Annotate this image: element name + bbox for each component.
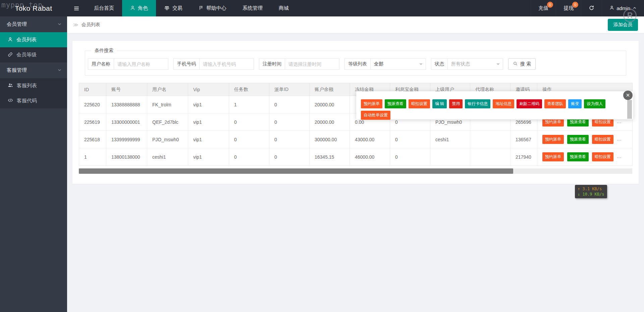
- level-select[interactable]: 全部: [371, 58, 426, 70]
- col-username: 用户名: [147, 83, 188, 96]
- popup-scrollbar[interactable]: [627, 100, 632, 119]
- users-icon: [8, 83, 13, 89]
- page-topbar: ≫ 会员列表 添加会员: [67, 16, 644, 33]
- set-fake-user-button[interactable]: 设为假人: [584, 99, 605, 108]
- col-id: ID: [79, 83, 106, 96]
- recharge-badge: 0: [547, 2, 553, 8]
- col-balance: 账户余额: [310, 83, 350, 96]
- reserve-dispatch-button[interactable]: 预约派单: [361, 99, 382, 108]
- app-logo: Toko Rabat: [0, 0, 67, 16]
- sidebar-group-member-management[interactable]: 会员管理: [0, 16, 67, 32]
- user-menu[interactable]: admin: [602, 0, 644, 16]
- dispatch-view-button[interactable]: 预派查看: [567, 152, 589, 161]
- person-icon: [8, 37, 13, 43]
- arrow-down-icon: ↓: [578, 192, 580, 197]
- dispatch-view-button[interactable]: 预派查看: [567, 135, 589, 144]
- level-label: 等级列表: [344, 58, 371, 70]
- register-time-field-group: 注册时间: [259, 58, 339, 70]
- auto-grab-settings-button[interactable]: 自动抢单设置: [361, 111, 390, 120]
- withdraw-badge: 0: [572, 2, 578, 8]
- refresh-button[interactable]: [581, 0, 602, 16]
- flag-icon: [199, 5, 204, 11]
- username-label: 用户名称: [88, 58, 114, 70]
- nav-item-roles[interactable]: 角色: [122, 0, 156, 16]
- col-tasks: 任务数: [229, 83, 269, 96]
- register-time-input[interactable]: [285, 58, 339, 70]
- link-icon: [8, 52, 13, 58]
- sidebar-item-service-code[interactable]: 客服代码: [0, 93, 67, 108]
- edit-button[interactable]: 编 辑: [432, 99, 447, 108]
- add-member-button[interactable]: 添加会员: [608, 19, 638, 31]
- recharge-button[interactable]: 充值 0: [531, 0, 556, 16]
- hidden-deduct-button[interactable]: 暗扣设置: [592, 135, 613, 144]
- table-row: 1 13800138000 ceshi1 vip1 0 0 16345.15 4…: [79, 148, 633, 166]
- status-select[interactable]: 所有状态: [448, 58, 503, 70]
- phone-input[interactable]: [200, 58, 254, 70]
- search-form-row: 用户名称 手机号码 注册时间 等级列表 全部: [88, 58, 623, 70]
- username-field-group: 用户名称: [88, 58, 168, 70]
- breadcrumb-current: 会员列表: [82, 22, 100, 28]
- disable-button[interactable]: 禁用: [449, 99, 463, 108]
- row-actions-popup: ✕ 预约派单 预派查看 暗扣设置 编 辑 禁用 银行卡信息 地址信息 刷新二维码…: [356, 91, 633, 119]
- scales-icon: [164, 5, 170, 12]
- username: admin: [616, 5, 630, 11]
- breadcrumb: ≫ 会员列表: [73, 22, 100, 28]
- nav-item-system[interactable]: 系统管理: [234, 0, 271, 16]
- address-info-button[interactable]: 地址信息: [493, 99, 514, 108]
- nav-item-mall[interactable]: 商城: [271, 0, 297, 16]
- account-change-button[interactable]: 账变: [568, 99, 582, 108]
- col-vip: Vip: [188, 83, 229, 96]
- search-legend: 条件搜索: [91, 48, 117, 54]
- status-label: 状态: [431, 58, 448, 70]
- status-field-group: 状态 所有状态: [431, 58, 503, 70]
- view-team-button[interactable]: 查看团队: [544, 99, 566, 108]
- withdraw-button[interactable]: 提现 0: [556, 0, 581, 16]
- hidden-deduct-button[interactable]: 暗扣设置: [592, 152, 613, 161]
- main-area: ≫ 会员列表 添加会员 条件搜索 用户名称 手机号码 注册时间: [67, 16, 644, 312]
- actions-cell: 预约派单 预派查看 暗扣设置 ...: [537, 148, 633, 166]
- nav-right: 充值 0 提现 0 admin: [531, 0, 644, 16]
- register-time-label: 注册时间: [259, 58, 285, 70]
- popup-actions: 预约派单 预派查看 暗扣设置 编 辑 禁用 银行卡信息 地址信息 刷新二维码 查…: [356, 91, 633, 123]
- hamburger-menu-icon[interactable]: [67, 0, 86, 16]
- bank-card-info-button[interactable]: 银行卡信息: [465, 99, 490, 108]
- dropdown-caret-icon: [419, 63, 423, 67]
- scrollbar-thumb[interactable]: [79, 168, 513, 174]
- horizontal-scrollbar[interactable]: [79, 168, 632, 174]
- chevron-down-icon: [57, 67, 62, 73]
- dropdown-caret-icon: [496, 63, 500, 67]
- download-speed: ↓ 10.9 KB/s: [578, 192, 604, 197]
- phone-field-group: 手机号码: [173, 58, 254, 70]
- network-speed-monitor: ↑ 3.1 KB/s ↓ 10.9 KB/s: [575, 185, 607, 198]
- chevron-down-icon: [57, 21, 62, 27]
- search-icon: [513, 61, 518, 67]
- search-fieldset: 条件搜索 用户名称 手机号码 注册时间 等级列表: [85, 48, 626, 75]
- more-actions[interactable]: ...: [617, 154, 622, 159]
- arrow-up-icon: ↑: [578, 187, 580, 191]
- actions-cell: 预约派单 预派查看 暗扣设置 ...: [537, 131, 633, 148]
- table-row: 225618 13399999999 PJO_mswh0 vip1 0 0 30…: [79, 131, 633, 148]
- sidebar: 会员管理 会员列表 会员等级 客服管理 客服列表 客服代码: [0, 16, 67, 312]
- refresh-qrcode-button[interactable]: 刷新二维码: [517, 99, 542, 108]
- sidebar-group-service-management[interactable]: 客服管理: [0, 62, 67, 78]
- username-input[interactable]: [114, 58, 168, 70]
- reserve-dispatch-button[interactable]: 预约派单: [542, 152, 564, 161]
- sidebar-item-member-list[interactable]: 会员列表: [0, 32, 67, 47]
- sidebar-item-service-list[interactable]: 客服列表: [0, 78, 67, 93]
- chevron-up-icon: [633, 5, 637, 11]
- dispatch-view-button[interactable]: 预派查看: [385, 99, 406, 108]
- person-icon: [609, 5, 614, 11]
- search-button[interactable]: 搜 索: [508, 58, 536, 70]
- person-icon: [130, 5, 135, 11]
- close-icon[interactable]: ✕: [623, 91, 633, 100]
- nav-item-transactions[interactable]: 交易: [156, 0, 191, 16]
- hidden-deduct-button[interactable]: 暗扣设置: [409, 99, 430, 108]
- sidebar-item-member-level[interactable]: 会员等级: [0, 47, 67, 62]
- nav-item-dashboard[interactable]: 后台首页: [86, 0, 122, 16]
- level-field-group: 等级列表 全部: [344, 58, 426, 70]
- breadcrumb-sep-icon: ≫: [73, 22, 78, 28]
- more-actions[interactable]: ...: [617, 136, 622, 142]
- reserve-dispatch-button[interactable]: 预约派单: [542, 135, 564, 144]
- nav-item-help-center[interactable]: 帮助中心: [191, 0, 234, 16]
- col-dispatch-id: 派单ID: [269, 83, 310, 96]
